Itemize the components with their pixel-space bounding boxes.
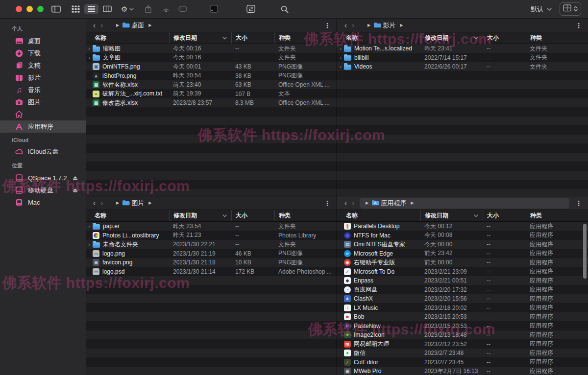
sidebar-item-music[interactable]: ♫音乐 — [0, 84, 86, 96]
search-icon[interactable] — [281, 5, 289, 13]
file-row[interactable]: ▣favicon.png2023/1/30 21:1810 KBPNG图像 — [86, 258, 337, 267]
file-row[interactable]: PPasteNow2023/2/15 20:53--应用程序 — [337, 322, 588, 331]
sidebar-toggle-icon[interactable] — [51, 5, 61, 13]
column-header-date[interactable]: 修改日期 — [420, 210, 483, 221]
column-header-date[interactable]: 修改日期 — [420, 32, 483, 44]
forward-button[interactable]: › — [98, 198, 105, 208]
path-label[interactable]: 应用程序 — [381, 199, 406, 208]
file-row[interactable]: ›文章图今天 00:16--文件夹 — [86, 53, 337, 63]
column-header-size[interactable]: 大小 — [231, 210, 274, 221]
sidebar-item-disk[interactable]: QSpace 1.7.2 — [0, 172, 86, 184]
file-row[interactable]: ›pap.er昨天 23:54--文件夹 — [86, 222, 337, 231]
disclosure-chevron-icon[interactable]: › — [86, 55, 93, 61]
minimize-button[interactable] — [26, 6, 33, 12]
file-row[interactable]: ★Image2Icon2023/2/13 18:48--应用程序 — [337, 330, 588, 340]
column-header-kind[interactable]: 种类 — [526, 210, 588, 221]
file-row[interactable]: ◆Enpass2023/2/21 00:51--应用程序 — [337, 276, 588, 285]
grid-view-icon[interactable] — [72, 5, 80, 13]
disclosure-chevron-icon[interactable]: › — [337, 46, 344, 51]
file-row[interactable]: ∥Parallels Desktop今天 00:12--应用程序 — [337, 222, 588, 231]
path-pill[interactable]: ▶应用程序▶ — [360, 198, 569, 209]
column-header-size[interactable]: 大小 — [483, 210, 526, 221]
file-row[interactable]: ▦软件名称.xlsx前天 23:4063 KBOffice Open XML .… — [86, 80, 337, 90]
disclosure-chevron-icon[interactable]: › — [86, 46, 93, 51]
path-label[interactable]: 图片 — [131, 199, 144, 208]
file-row[interactable]: ›缩略图今天 00:16--文件夹 — [86, 44, 337, 53]
disclosure-chevron-icon[interactable]: › — [337, 64, 344, 70]
file-row[interactable]: ›Motion Te...s.localized昨天 23:41--文件夹 — [337, 44, 588, 53]
back-button[interactable]: ‹ — [91, 21, 98, 30]
forward-button[interactable]: › — [349, 198, 357, 208]
file-row[interactable]: ♪LX Music2023/2/18 20:02--应用程序 — [337, 304, 588, 313]
column-header-kind[interactable]: 种类 — [274, 210, 337, 221]
back-button[interactable]: ‹ — [342, 198, 349, 208]
column-header-kind[interactable]: 种类 — [526, 32, 588, 44]
more-button[interactable]: ⋮ — [574, 22, 583, 29]
file-row[interactable]: eMicrosoft Edge前天 23:42--应用程序 — [337, 249, 588, 258]
back-button[interactable]: ‹ — [91, 198, 98, 208]
pane-layout-selector[interactable] — [560, 2, 581, 15]
forward-button[interactable]: › — [349, 21, 357, 30]
column-header-date[interactable]: 修改日期 — [169, 210, 231, 221]
file-row[interactable]: ▣MWeb Pro2023年2月7日 16:13--应用程序 — [337, 367, 588, 375]
file-row[interactable]: ≡破解方法_...xirj.com.txt前天 19:39107 B文本 — [86, 90, 337, 99]
file-row[interactable]: ▤Omi NTFS磁盘专家今天 00:00--应用程序 — [337, 240, 588, 249]
more-button[interactable]: ⋮ — [574, 199, 583, 207]
close-button[interactable] — [16, 6, 22, 12]
sidebar-item-cloud[interactable]: iCloud云盘 — [0, 145, 86, 158]
scrollbar-thumb[interactable] — [583, 224, 587, 279]
file-row[interactable]: m网易邮箱大师2023/2/12 23:52--应用程序 — [337, 340, 588, 349]
file-row[interactable]: ▭logo.png2023/1/30 21:1946 KBPNG图像 — [86, 249, 337, 258]
file-row[interactable]: ▭logo.psd2023/1/30 21:14172 KBAdobe Phot… — [86, 267, 337, 277]
forward-button[interactable]: › — [98, 21, 105, 30]
column-header-name[interactable]: 名称 — [86, 32, 169, 44]
list-view-icon[interactable] — [84, 4, 98, 14]
sidebar-item-home[interactable] — [0, 108, 86, 120]
sidebar-item-documents[interactable]: 文稿 — [0, 59, 86, 71]
file-row[interactable]: ▦修改需求.xlsx2023/2/8 23:578.3 MBOffice Ope… — [86, 98, 337, 108]
file-row[interactable]: ∧ClashX2023/2/20 15:56--应用程序 — [337, 294, 588, 304]
file-row[interactable]: ◎NTFS for Mac今天 00:08--应用程序 — [337, 231, 588, 240]
disclosure-chevron-icon[interactable]: › — [86, 241, 93, 247]
disclosure-chevron-icon[interactable]: › — [337, 55, 344, 61]
path-label[interactable]: 影片 — [383, 21, 395, 30]
column-header-size[interactable]: 大小 — [483, 32, 526, 44]
column-header-kind[interactable]: 种类 — [274, 32, 337, 44]
file-row[interactable]: ☻Bob2023/2/15 20:53--应用程序 — [337, 312, 588, 322]
column-view-icon[interactable] — [103, 5, 112, 12]
eject-icon[interactable] — [73, 176, 78, 180]
tag-icon[interactable] — [178, 6, 187, 12]
file-row[interactable]: ●微信2023/2/7 23:48--应用程序 — [337, 349, 588, 358]
file-row[interactable]: ◔百度网盘2023/2/20 17:32--应用程序 — [337, 285, 588, 295]
sidebar-item-mac[interactable]: Mac — [0, 196, 86, 209]
file-row[interactable]: ▲iShotPro.png昨天 20:5438 KBPNG图像 — [86, 71, 337, 81]
airdrop-icon[interactable] — [162, 5, 170, 12]
file-row[interactable]: ∕CotEditor2023/2/7 23:45--应用程序 — [337, 358, 588, 367]
column-header-name[interactable]: 名称 — [86, 210, 169, 221]
column-header-name[interactable]: 名称 — [337, 210, 420, 221]
more-button[interactable]: ⋮ — [323, 199, 332, 207]
file-row[interactable]: ▣OmiNTFS.png今天 00:0143 KBPNG图像 — [86, 62, 337, 71]
layout-preset-label[interactable]: 默认 — [531, 5, 543, 14]
file-row[interactable]: Photos Li...otoslibrary昨天 21:23--Photos … — [86, 231, 337, 240]
file-row[interactable]: ›未命名文件夹2023/1/30 22:21--文件夹 — [86, 240, 337, 249]
back-button[interactable]: ‹ — [342, 21, 349, 30]
column-header-date[interactable]: 修改日期 — [169, 32, 231, 44]
zoom-button[interactable] — [37, 6, 44, 12]
disclosure-chevron-icon[interactable]: › — [86, 223, 93, 229]
share-icon[interactable] — [145, 5, 151, 13]
transfer-icon[interactable] — [246, 5, 255, 13]
file-row[interactable]: ›Videos2022/6/26 00:17--文件夹 — [337, 62, 588, 71]
file-row[interactable]: ›bilibili2022/7/14 15:17--文件夹 — [337, 53, 588, 63]
sidebar-item-pictures[interactable]: 图片 — [0, 96, 86, 108]
column-header-name[interactable]: 名称 — [337, 32, 420, 44]
sidebar-item-movies[interactable]: 影片 — [0, 71, 86, 84]
sidebar-item-disk[interactable]: 移动硬盘 — [0, 184, 86, 196]
more-button[interactable]: ⋮ — [323, 22, 332, 29]
sidebar-item-desktop[interactable]: 桌面 — [0, 35, 86, 47]
gear-icon[interactable]: ⚙ — [121, 5, 134, 13]
column-header-size[interactable]: 大小 — [231, 32, 274, 44]
sidebar-item-download[interactable]: 下载 — [0, 47, 86, 59]
terminal-icon[interactable] — [210, 5, 218, 13]
eject-icon[interactable] — [73, 188, 78, 192]
